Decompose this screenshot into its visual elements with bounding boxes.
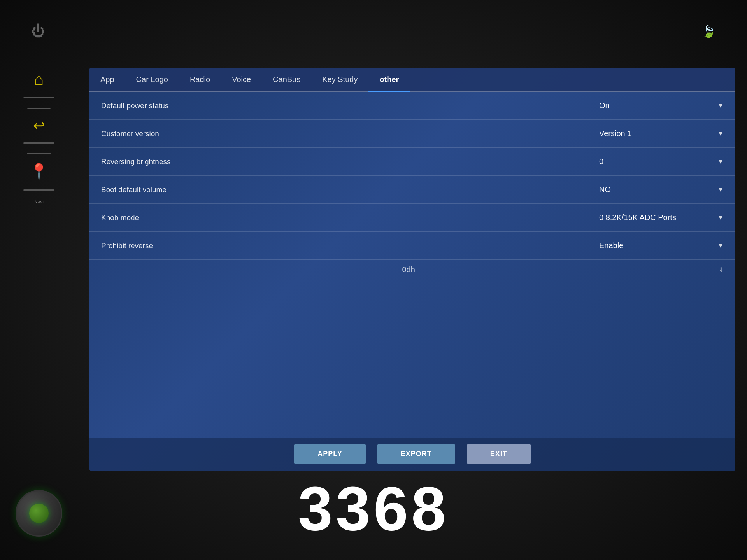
tab-canbus[interactable]: CanBus	[262, 68, 311, 91]
dropdown-arrow-reversing-brightness: ▼	[717, 158, 724, 165]
setting-label-default-power-status: Default power status	[101, 102, 599, 110]
dropdown-arrow-boot-default-volume: ▼	[717, 186, 724, 193]
setting-label-boot-default-volume: Boot default volume	[101, 186, 599, 194]
setting-label-partial: . .	[101, 266, 106, 273]
dropdown-arrow-partial: ⇓	[719, 266, 724, 273]
slider-line-5	[23, 189, 54, 191]
tab-car-logo[interactable]: Car Logo	[125, 68, 179, 91]
setting-label-prohibit-reverse: Prohibit reverse	[101, 242, 599, 250]
setting-row-default-power-status: Default power status On ▼	[89, 92, 735, 120]
setting-value-area-reversing-brightness[interactable]: 0 ▼	[599, 157, 724, 166]
map-label: Navi	[34, 199, 44, 205]
slider-line-4	[27, 153, 51, 154]
setting-value-area-boot-default-volume[interactable]: NO ▼	[599, 185, 724, 194]
tab-app[interactable]: App	[89, 68, 125, 91]
setting-row-reversing-brightness: Reversing brightness 0 ▼	[89, 148, 735, 176]
back-icon: ↩	[33, 117, 45, 134]
apply-button[interactable]: APPLY	[294, 444, 365, 464]
setting-value-default-power-status: On	[599, 101, 610, 110]
top-right-icon: 🍃	[701, 24, 716, 38]
dropdown-arrow-customer-version: ▼	[717, 130, 724, 137]
settings-content: Default power status On ▼ Customer versi…	[89, 92, 735, 438]
bottom-button-bar: APPLY EXPORT EXIT	[89, 438, 735, 471]
map-button[interactable]: 📍	[29, 163, 49, 181]
setting-row-knob-mode: Knob mode 0 8.2K/15K ADC Ports ▼	[89, 204, 735, 232]
setting-label-customer-version: Customer version	[101, 130, 599, 138]
map-icon: 📍	[29, 163, 49, 181]
setting-value-prohibit-reverse: Enable	[599, 241, 623, 250]
setting-value-area-default-power-status[interactable]: On ▼	[599, 101, 724, 110]
left-sidebar: ⌂ ↩ 📍 Navi	[0, 62, 78, 482]
knob-center	[29, 504, 49, 523]
home-icon: ⌂	[34, 70, 44, 89]
slider-line-3	[23, 142, 54, 144]
setting-value-partial: 0dh	[402, 265, 415, 274]
setting-value-customer-version: Version 1	[599, 129, 631, 138]
back-button[interactable]: ↩	[33, 117, 45, 134]
setting-row-partial: . . 0dh ⇓	[89, 260, 735, 279]
exit-button[interactable]: EXIT	[467, 444, 531, 464]
setting-value-area-prohibit-reverse[interactable]: Enable ▼	[599, 241, 724, 250]
dropdown-arrow-knob-mode: ▼	[717, 214, 724, 221]
dropdown-arrow-default-power-status: ▼	[717, 102, 724, 109]
bottom-number-display: 3368	[0, 473, 747, 544]
setting-value-knob-mode: 0 8.2K/15K ADC Ports	[599, 213, 676, 222]
main-screen: App Car Logo Radio Voice CanBus Key Stud…	[89, 68, 735, 471]
setting-value-boot-default-volume: NO	[599, 185, 611, 194]
slider-line-2	[27, 108, 51, 109]
volume-knob[interactable]	[16, 490, 62, 537]
setting-row-customer-version: Customer version Version 1 ▼	[89, 120, 735, 148]
top-bar: ⏻ 🍃	[0, 0, 747, 62]
slider-line-1	[23, 97, 54, 98]
home-button[interactable]: ⌂	[34, 70, 44, 89]
setting-value-area-customer-version[interactable]: Version 1 ▼	[599, 129, 724, 138]
power-icon: ⏻	[31, 23, 45, 39]
tab-key-study[interactable]: Key Study	[311, 68, 368, 91]
tab-radio[interactable]: Radio	[179, 68, 221, 91]
setting-value-reversing-brightness: 0	[599, 157, 603, 166]
tab-voice[interactable]: Voice	[221, 68, 262, 91]
export-button[interactable]: EXPORT	[377, 444, 455, 464]
dropdown-arrow-prohibit-reverse: ▼	[717, 242, 724, 249]
setting-value-area-knob-mode[interactable]: 0 8.2K/15K ADC Ports ▼	[599, 213, 724, 222]
setting-label-reversing-brightness: Reversing brightness	[101, 158, 599, 166]
setting-row-boot-default-volume: Boot default volume NO ▼	[89, 176, 735, 204]
setting-row-prohibit-reverse: Prohibit reverse Enable ▼	[89, 232, 735, 260]
setting-label-knob-mode: Knob mode	[101, 214, 599, 222]
tab-bar: App Car Logo Radio Voice CanBus Key Stud…	[89, 68, 735, 92]
tab-other[interactable]: other	[368, 68, 410, 91]
